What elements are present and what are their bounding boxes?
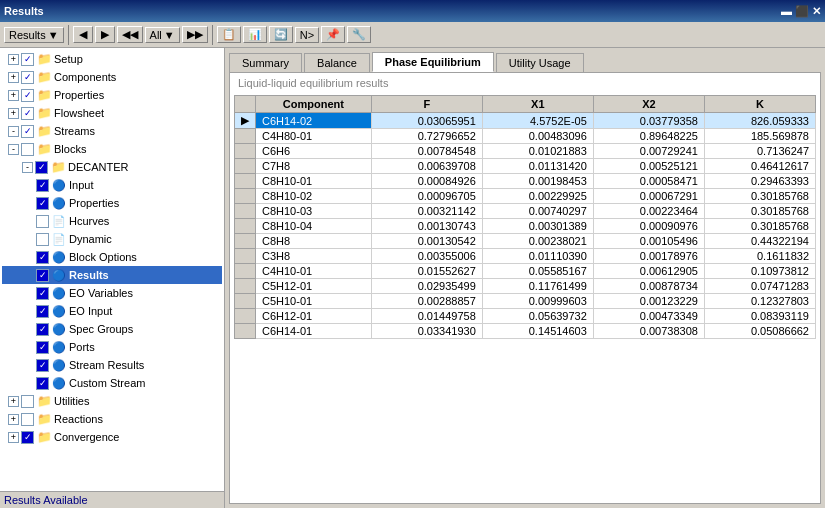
col-header-component[interactable]: Component bbox=[256, 96, 372, 113]
expand-reactions[interactable]: + bbox=[8, 414, 19, 425]
checkbox-eo-input[interactable] bbox=[36, 305, 49, 318]
expand-streams[interactable]: - bbox=[8, 126, 19, 137]
icon-custom-stream: 🔵 bbox=[51, 375, 67, 391]
cell-x2: 0.00738308 bbox=[593, 324, 704, 339]
checkbox-input[interactable] bbox=[36, 179, 49, 192]
sidebar-item-hcurves[interactable]: 📄 Hcurves bbox=[2, 212, 222, 230]
sidebar-item-flowsheet[interactable]: + 📁 Flowsheet bbox=[2, 104, 222, 122]
sidebar-item-decanter[interactable]: - 📁 DECANTER bbox=[2, 158, 222, 176]
table-row[interactable]: C8H10-010.000849260.001984530.000584710.… bbox=[235, 174, 816, 189]
results-dropdown[interactable]: Results ▼ bbox=[4, 27, 64, 43]
sidebar-item-components[interactable]: + 📁 Components bbox=[2, 68, 222, 86]
sidebar-item-spec-groups[interactable]: 🔵 Spec Groups bbox=[2, 320, 222, 338]
checkbox-custom-stream[interactable] bbox=[36, 377, 49, 390]
sidebar-item-reactions[interactable]: + 📁 Reactions bbox=[2, 410, 222, 428]
tool5[interactable]: 🔧 bbox=[347, 26, 371, 43]
sidebar-item-custom-stream[interactable]: 🔵 Custom Stream bbox=[2, 374, 222, 392]
checkbox-hcurves[interactable] bbox=[36, 215, 49, 228]
sidebar-item-streams[interactable]: - 📁 Streams bbox=[2, 122, 222, 140]
col-header-k[interactable]: K bbox=[704, 96, 815, 113]
tool4[interactable]: 📌 bbox=[321, 26, 345, 43]
forward-btn[interactable]: ▶ bbox=[95, 26, 115, 43]
expand-decanter[interactable]: - bbox=[22, 162, 33, 173]
sidebar-item-input[interactable]: 🔵 Input bbox=[2, 176, 222, 194]
table-row[interactable]: C8H10-040.001307430.003013890.000909760.… bbox=[235, 219, 816, 234]
table-row[interactable]: C7H80.006397080.011314200.005251210.4641… bbox=[235, 159, 816, 174]
expand-flowsheet[interactable]: + bbox=[8, 108, 19, 119]
table-row[interactable]: C4H10-010.015526270.055851670.006129050.… bbox=[235, 264, 816, 279]
expand-components[interactable]: + bbox=[8, 72, 19, 83]
expand-properties-root[interactable]: + bbox=[8, 90, 19, 101]
tab-summary[interactable]: Summary bbox=[229, 53, 302, 72]
checkbox-streams[interactable] bbox=[21, 125, 34, 138]
table-row[interactable]: C4H80-010.727966520.004830960.8964822518… bbox=[235, 129, 816, 144]
sidebar-item-ports[interactable]: 🔵 Ports bbox=[2, 338, 222, 356]
checkbox-spec-groups[interactable] bbox=[36, 323, 49, 336]
tool2[interactable]: 📊 bbox=[243, 26, 267, 43]
checkbox-components[interactable] bbox=[21, 71, 34, 84]
col-header-f[interactable]: F bbox=[371, 96, 482, 113]
col-header-x2[interactable]: X2 bbox=[593, 96, 704, 113]
sidebar-item-convergence[interactable]: + 📁 Convergence bbox=[2, 428, 222, 446]
rewind-btn[interactable]: ◀◀ bbox=[117, 26, 143, 43]
checkbox-ports[interactable] bbox=[36, 341, 49, 354]
cell-x2: 0.00612905 bbox=[593, 264, 704, 279]
checkbox-eo-variables[interactable] bbox=[36, 287, 49, 300]
col-header-x1[interactable]: X1 bbox=[482, 96, 593, 113]
tab-phase-equilibrium[interactable]: Phase Equilibrium bbox=[372, 52, 494, 72]
table-row[interactable]: C8H80.001305420.002380210.001054960.4432… bbox=[235, 234, 816, 249]
checkbox-convergence[interactable] bbox=[21, 431, 34, 444]
table-row[interactable]: C5H12-010.029354990.117614990.008787340.… bbox=[235, 279, 816, 294]
tab-utility-usage[interactable]: Utility Usage bbox=[496, 53, 584, 72]
fast-forward-btn[interactable]: ▶▶ bbox=[182, 26, 208, 43]
expand-convergence[interactable]: + bbox=[8, 432, 19, 443]
table-row[interactable]: C3H80.003550060.011103900.001789760.1611… bbox=[235, 249, 816, 264]
table-row[interactable]: C6H14-010.033419300.145146030.007383080.… bbox=[235, 324, 816, 339]
sidebar-item-eo-variables[interactable]: 🔵 EO Variables bbox=[2, 284, 222, 302]
table-row[interactable]: C8H10-020.000967050.002299250.000672910.… bbox=[235, 189, 816, 204]
sidebar-item-dynamic[interactable]: 📄 Dynamic bbox=[2, 230, 222, 248]
checkbox-block-options[interactable] bbox=[36, 251, 49, 264]
checkbox-properties-root[interactable] bbox=[21, 89, 34, 102]
expand-blocks[interactable]: - bbox=[8, 144, 19, 155]
back-btn[interactable]: ◀ bbox=[73, 26, 93, 43]
sidebar-label-blocks: Blocks bbox=[54, 143, 86, 155]
checkbox-setup[interactable] bbox=[21, 53, 34, 66]
sidebar-item-properties-root[interactable]: + 📁 Properties bbox=[2, 86, 222, 104]
section-label: Liquid-liquid equilibrium results bbox=[230, 73, 820, 91]
sidebar-item-eo-input[interactable]: 🔵 EO Input bbox=[2, 302, 222, 320]
sidebar-item-results[interactable]: 🔵 Results bbox=[2, 266, 222, 284]
expand-utilities[interactable]: + bbox=[8, 396, 19, 407]
sidebar-item-blocks[interactable]: - 📁 Blocks bbox=[2, 140, 222, 158]
folder-icon-flowsheet: 📁 bbox=[36, 105, 52, 121]
checkbox-decanter[interactable] bbox=[35, 161, 48, 174]
checkbox-stream-results[interactable] bbox=[36, 359, 49, 372]
sidebar-item-utilities[interactable]: + 📁 Utilities bbox=[2, 392, 222, 410]
checkbox-reactions[interactable] bbox=[21, 413, 34, 426]
table-row[interactable]: C5H10-010.002888570.009996030.001232290.… bbox=[235, 294, 816, 309]
checkbox-flowsheet[interactable] bbox=[21, 107, 34, 120]
sidebar-item-properties-sub[interactable]: 🔵 Properties bbox=[2, 194, 222, 212]
cell-component: C8H10-04 bbox=[256, 219, 372, 234]
nav-counter[interactable]: N> bbox=[295, 27, 319, 43]
tool1[interactable]: 📋 bbox=[217, 26, 241, 43]
tab-balance[interactable]: Balance bbox=[304, 53, 370, 72]
expand-setup[interactable]: + bbox=[8, 54, 19, 65]
checkbox-blocks[interactable] bbox=[21, 143, 34, 156]
checkbox-dynamic[interactable] bbox=[36, 233, 49, 246]
sidebar-label-convergence: Convergence bbox=[54, 431, 119, 443]
sidebar-item-stream-results[interactable]: 🔵 Stream Results bbox=[2, 356, 222, 374]
checkbox-utilities[interactable] bbox=[21, 395, 34, 408]
table-row[interactable]: ▶C6H14-020.030659514.5752E-050.037793588… bbox=[235, 113, 816, 129]
table-row[interactable]: C6H12-010.014497580.056397320.004733490.… bbox=[235, 309, 816, 324]
sidebar-item-setup[interactable]: + 📁 Setup bbox=[2, 50, 222, 68]
data-table: Component F X1 X2 K ▶C6H14-020.030659514… bbox=[234, 95, 816, 339]
tool3[interactable]: 🔄 bbox=[269, 26, 293, 43]
table-row[interactable]: C6H60.007845480.010218830.007292410.7136… bbox=[235, 144, 816, 159]
checkbox-properties-sub[interactable] bbox=[36, 197, 49, 210]
table-container[interactable]: Component F X1 X2 K ▶C6H14-020.030659514… bbox=[230, 91, 820, 503]
all-dropdown[interactable]: All ▼ bbox=[145, 27, 180, 43]
checkbox-results[interactable] bbox=[36, 269, 49, 282]
sidebar-item-block-options[interactable]: 🔵 Block Options bbox=[2, 248, 222, 266]
table-row[interactable]: C8H10-030.003211420.007402970.002234640.… bbox=[235, 204, 816, 219]
